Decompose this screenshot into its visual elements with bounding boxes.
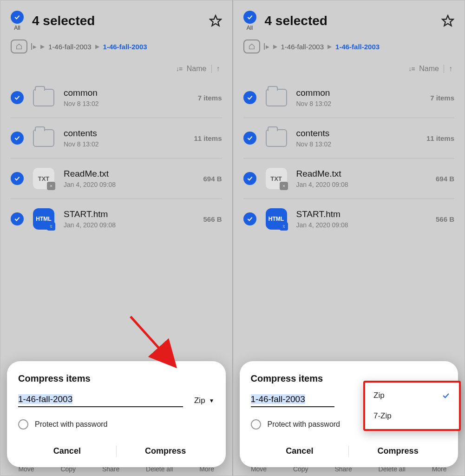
- list-item[interactable]: TXT ReadMe.txt Jan 4, 2020 09:08 694 B: [243, 159, 455, 199]
- html-file-icon: HTML: [265, 207, 288, 231]
- cancel-button[interactable]: Cancel: [251, 441, 349, 462]
- list-item[interactable]: HTML START.htm Jan 4, 2020 09:08 566 B: [243, 199, 455, 239]
- star-icon[interactable]: [441, 14, 454, 27]
- archive-name-value: 1-46-fall-2003: [18, 394, 72, 404]
- breadcrumb-item[interactable]: 1-46-fall-2003: [281, 43, 324, 51]
- sort-label: Name: [419, 65, 439, 73]
- caret-down-icon: ▼: [209, 397, 215, 404]
- check-icon: [243, 11, 256, 24]
- check-icon[interactable]: [11, 212, 24, 225]
- check-icon[interactable]: [243, 172, 256, 185]
- file-name: ReadMe.txt: [296, 169, 427, 179]
- chevron-right-icon: ▶: [95, 43, 99, 50]
- check-icon[interactable]: [11, 91, 24, 104]
- cancel-button[interactable]: Cancel: [18, 441, 116, 462]
- shortcut-badge-icon: [280, 182, 288, 190]
- home-icon[interactable]: [243, 40, 260, 53]
- file-date: Jan 4, 2020 09:08: [64, 181, 195, 188]
- chevron-right-icon: ▶: [327, 43, 332, 50]
- file-date: Nov 8 13:02: [64, 100, 190, 107]
- sort-label: Name: [187, 65, 207, 73]
- folder-icon: [265, 126, 288, 150]
- file-date: Nov 8 13:02: [296, 140, 418, 148]
- check-icon[interactable]: [243, 91, 256, 104]
- format-option-zip[interactable]: Zip: [365, 385, 459, 406]
- select-all-label: All: [247, 25, 253, 31]
- shortcut-badge-icon: [47, 182, 55, 190]
- breadcrumb-start-icon[interactable]: ▶: [31, 43, 37, 50]
- list-item[interactable]: HTML START.htm Jan 4, 2020 09:08 566 B: [11, 199, 222, 239]
- option-label: 7-Zip: [373, 411, 392, 421]
- compress-button[interactable]: Compress: [117, 441, 215, 462]
- list-item[interactable]: common Nov 8 13:02 7 items: [11, 78, 222, 118]
- arrow-up-icon[interactable]: ↑: [216, 65, 220, 73]
- shortcut-badge-icon: [280, 222, 288, 231]
- breadcrumb-current[interactable]: 1-46-fall-2003: [103, 43, 147, 51]
- screenshot-right: All 4 selected ▶ ▶ 1-46-fall-2003 ▶ 1-46…: [232, 0, 465, 476]
- breadcrumb-start-icon[interactable]: ▶: [264, 43, 269, 50]
- star-icon[interactable]: [209, 14, 222, 27]
- arrow-up-icon[interactable]: ↑: [449, 65, 452, 73]
- list-item[interactable]: contents Nov 8 13:02 11 items: [11, 118, 222, 159]
- folder-icon: [265, 86, 288, 109]
- file-meta: 11 items: [194, 134, 222, 142]
- svg-marker-0: [210, 15, 221, 26]
- file-date: Jan 4, 2020 09:08: [296, 181, 427, 188]
- sort-controls[interactable]: ↓≡ Name ↑: [0, 56, 232, 78]
- page-title: 4 selected: [265, 13, 442, 28]
- file-list: common Nov 8 13:02 7 items contents Nov …: [0, 78, 232, 239]
- header: All 4 selected: [0, 0, 232, 31]
- list-item[interactable]: TXT ReadMe.txt Jan 4, 2020 09:08 694 B: [11, 159, 222, 199]
- chevron-right-icon: ▶: [273, 43, 277, 50]
- select-all-toggle[interactable]: All: [243, 11, 256, 31]
- format-option-7zip[interactable]: 7-Zip: [365, 406, 459, 426]
- svg-line-1: [131, 317, 172, 363]
- file-name: ReadMe.txt: [64, 169, 195, 179]
- sort-controls[interactable]: ↓≡ Name ↑: [233, 56, 465, 78]
- breadcrumb-current[interactable]: 1-46-fall-2003: [335, 43, 380, 51]
- password-toggle[interactable]: Protect with password: [18, 419, 215, 430]
- breadcrumb: ▶ ▶ 1-46-fall-2003 ▶ 1-46-fall-2003: [233, 31, 465, 56]
- file-meta: 694 B: [436, 175, 454, 183]
- check-icon: [441, 391, 451, 400]
- screenshot-left: All 4 selected ▶ ▶ 1-46-fall-2003 ▶ 1-46…: [0, 0, 232, 476]
- sort-icon: ↓≡: [408, 65, 414, 73]
- archive-name-input[interactable]: 1-46-fall-2003: [251, 394, 334, 407]
- file-meta: 7 items: [430, 94, 454, 102]
- file-date: Nov 8 13:02: [296, 100, 422, 107]
- sheet-actions: Cancel Compress: [251, 436, 447, 462]
- check-icon[interactable]: [243, 212, 256, 225]
- option-label: Zip: [373, 391, 385, 400]
- html-file-icon: HTML: [32, 207, 55, 231]
- file-meta: 566 B: [436, 215, 454, 223]
- sort-icon: ↓≡: [176, 65, 182, 73]
- page-title: 4 selected: [32, 13, 209, 28]
- breadcrumb-item[interactable]: 1-46-fall-2003: [48, 43, 92, 51]
- file-meta: 694 B: [203, 175, 222, 183]
- format-dropdown[interactable]: Zip ▼: [194, 396, 215, 407]
- archive-name-input[interactable]: 1-46-fall-2003: [18, 394, 183, 407]
- list-item[interactable]: contents Nov 8 13:02 11 items: [243, 118, 455, 159]
- file-name: contents: [64, 128, 185, 139]
- home-icon[interactable]: [11, 40, 27, 53]
- file-name: START.htm: [64, 209, 195, 219]
- divider: [211, 65, 212, 73]
- radio-icon: [18, 419, 28, 430]
- breadcrumb: ▶ ▶ 1-46-fall-2003 ▶ 1-46-fall-2003: [0, 31, 232, 56]
- file-name: START.htm: [296, 209, 427, 219]
- check-icon[interactable]: [11, 132, 24, 145]
- select-all-toggle[interactable]: All: [11, 11, 24, 31]
- file-list: common Nov 8 13:02 7 items contents Nov …: [233, 78, 465, 239]
- txt-file-icon: TXT: [32, 167, 55, 190]
- txt-file-icon: TXT: [265, 167, 288, 190]
- radio-icon: [251, 419, 261, 430]
- compress-sheet: Compress items 1-46-fall-2003 Protect wi…: [240, 361, 458, 467]
- compress-button[interactable]: Compress: [349, 441, 447, 462]
- check-icon[interactable]: [11, 172, 24, 185]
- archive-name-value: 1-46-fall-2003: [251, 394, 305, 404]
- check-icon[interactable]: [243, 132, 256, 145]
- header: All 4 selected: [233, 0, 465, 31]
- file-meta: 566 B: [203, 215, 222, 223]
- file-meta: 11 items: [426, 134, 454, 142]
- list-item[interactable]: common Nov 8 13:02 7 items: [243, 78, 455, 118]
